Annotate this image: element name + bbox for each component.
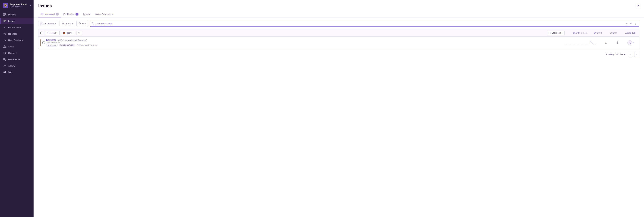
ignore-btn[interactable]: 🔕 Ignore ▾ [61, 31, 75, 35]
issue-severity-indicator [40, 39, 41, 46]
sidebar-label-dashboards: Dashboards [8, 58, 20, 61]
sidebar-item-alerts[interactable]: Alerts [0, 43, 34, 50]
sidebar-item-projects[interactable]: Projects [0, 12, 34, 18]
page-title: Issues [38, 3, 639, 9]
svg-rect-15 [4, 58, 4, 60]
project-filter-btn[interactable]: My Projects ▾ [38, 21, 58, 26]
sort-btn[interactable]: ↕ Last Seen ▾ [548, 31, 564, 35]
svg-line-43 [590, 41, 594, 44]
graph-label: GRAPH: [572, 32, 580, 34]
play-icon: ▶ [638, 4, 640, 7]
issue-info: KeyError poll(../../sentry/scripts/views… [46, 39, 559, 47]
main: Issues All Unresolved 1 For Review 1 Ign… [34, 0, 644, 217]
tab-label-ignored: Ignored [83, 13, 90, 16]
org-user: Evan Purkhiser [10, 6, 27, 8]
sidebar-item-discover[interactable]: Discover [0, 50, 34, 56]
svg-line-36 [93, 24, 94, 24]
select-all-checkbox[interactable] [40, 32, 43, 34]
event-count-value: 1 [605, 41, 607, 44]
svg-rect-27 [42, 23, 42, 23]
projects-icon [3, 13, 6, 16]
sidebar-label-issues: Issues [8, 20, 14, 22]
more-actions-btn[interactable]: ••• [76, 31, 82, 35]
svg-rect-2 [4, 14, 4, 15]
svg-rect-24 [4, 72, 5, 73]
resolve-chevron-icon: ▾ [57, 32, 58, 34]
sidebar-label-projects: Projects [8, 14, 16, 16]
assignee-chevron-icon[interactable]: ▾ [633, 42, 634, 44]
filter-bar: My Projects ▾ All Env ▾ 1H ▾ [38, 21, 639, 27]
ignore-icon: 🔕 [63, 32, 65, 34]
tab-label-for-review: For Review [64, 13, 74, 16]
time-filter-chevron-icon: ▾ [85, 23, 86, 25]
sidebar-label-alerts: Alerts [8, 45, 14, 48]
sidebar-item-activity[interactable]: Activity [0, 63, 34, 69]
svg-rect-8 [4, 22, 5, 22]
svg-rect-16 [5, 58, 6, 59]
project-filter-icon [40, 22, 42, 25]
more-actions-icon: ••• [78, 32, 80, 34]
svg-point-14 [4, 52, 6, 54]
checkmark-icon: ✓ [46, 32, 48, 34]
sort-icon: ↕ [550, 32, 551, 34]
search-more-btn[interactable]: ⋮ [634, 22, 638, 25]
sidebar-label-activity: Activity [8, 65, 15, 67]
search-input[interactable] [95, 23, 624, 25]
resolve-btn[interactable]: ✓ Resolve ▾ [45, 31, 60, 35]
main-wrapper: Issues All Unresolved 1 For Review 1 Ign… [34, 0, 644, 217]
svg-line-34 [80, 24, 80, 24]
org-switcher[interactable]: Empower Plant Evan Purkhiser ▾ [0, 0, 34, 10]
org-chevron-icon: ▾ [30, 5, 31, 7]
sidebar-item-issues[interactable]: Issues [0, 18, 34, 24]
tab-for-review[interactable]: For Review 1 [61, 11, 81, 18]
sidebar-label-performance: Performance [8, 26, 21, 29]
assignee-avatar[interactable] [628, 40, 632, 45]
main-content: My Projects ▾ All Env ▾ 1H ▾ [34, 18, 644, 217]
tag-new-issue: New Issue [46, 44, 58, 47]
issue-checkbox[interactable] [42, 42, 45, 44]
svg-point-10 [4, 34, 5, 34]
col-header-users: USERS [608, 32, 618, 34]
sort-chevron-icon: ▾ [562, 32, 563, 34]
search-clear-btn[interactable]: ✕ [625, 22, 628, 25]
pagination-next-btn[interactable]: › [634, 52, 639, 57]
sidebar-item-stats[interactable]: Stats [0, 69, 34, 75]
tab-all-unresolved[interactable]: All Unresolved 1 [38, 11, 61, 18]
sidebar-item-dashboards[interactable]: Dashboards [0, 56, 34, 63]
svg-rect-7 [4, 21, 6, 21]
search-pin-btn[interactable] [629, 22, 633, 25]
svg-rect-5 [5, 15, 6, 16]
time-filter-btn[interactable]: 1H ▾ [76, 21, 88, 26]
graph-time-1h: 1h [586, 32, 588, 34]
svg-rect-4 [4, 15, 4, 16]
svg-point-13 [4, 47, 5, 47]
pagination-text: Showing 1 of 1 issues [606, 53, 626, 56]
tab-ignored[interactable]: Ignored [81, 12, 93, 17]
issue-user-count: 1 [612, 41, 622, 44]
pagination-prev-btn[interactable]: ‹ [628, 52, 633, 57]
project-filter-label: My Projects [44, 23, 54, 25]
tab-label-all-unresolved: All Unresolved [40, 13, 55, 16]
col-headers: EVENTS USERS ASSIGNEE [593, 32, 637, 34]
releases-icon [3, 32, 6, 35]
tab-saved-searches[interactable]: Saved Searches ▾ [93, 12, 116, 17]
svg-rect-6 [4, 20, 6, 21]
svg-rect-29 [42, 24, 42, 24]
pagination: Showing 1 of 1 issues ‹ › [38, 52, 639, 57]
graph-time-24h: 24h [581, 32, 584, 34]
env-filter-btn[interactable]: All Env ▾ [60, 21, 75, 26]
env-filter-label: All Env [65, 23, 71, 25]
svg-rect-30 [62, 23, 64, 24]
sidebar-item-user-feedback[interactable]: User Feedback [0, 37, 34, 43]
issue-title-row: KeyError poll(../../sentry/scripts/views… [46, 39, 559, 41]
sidebar-item-performance[interactable]: Performance [0, 24, 34, 31]
play-btn[interactable]: ▶ [636, 3, 641, 9]
issue-error-type[interactable]: KeyError [46, 39, 56, 41]
issue-graph [563, 40, 597, 46]
env-filter-icon [62, 22, 64, 25]
activity-icon [3, 64, 6, 67]
sidebar-item-releases[interactable]: Releases [0, 31, 34, 37]
graph-header-area: GRAPH: 24h 1h [572, 32, 588, 34]
discover-icon [3, 51, 6, 54]
tab-label-saved-searches: Saved Searches [95, 13, 111, 16]
